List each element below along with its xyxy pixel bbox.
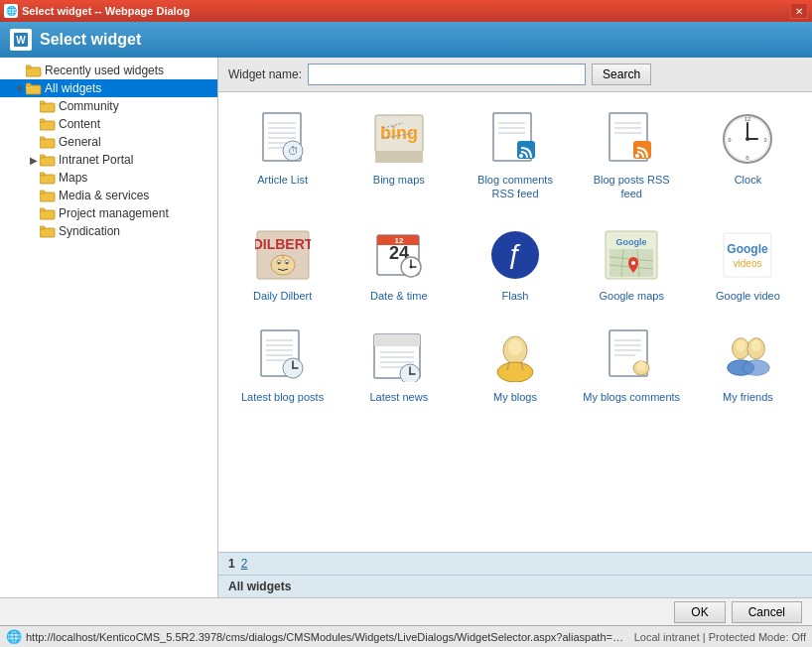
expander-project-management[interactable] <box>28 207 40 219</box>
widget-item-blog-comments-rss[interactable]: Blog comments RSS feed <box>461 102 569 210</box>
expander-content[interactable] <box>28 118 40 130</box>
sidebar-label-intranet-portal: Intranet Portal <box>59 153 133 167</box>
svg-rect-3 <box>26 65 31 68</box>
widget-icon-latest-news <box>371 328 427 384</box>
svg-point-64 <box>286 262 288 264</box>
svg-rect-8 <box>40 101 45 104</box>
widget-label-bing-maps: Bing maps <box>373 173 425 187</box>
pagination-bar: 12 <box>218 552 812 576</box>
sidebar-item-all-widgets[interactable]: ▼All widgets <box>0 79 217 97</box>
widget-label-blog-posts-rss: Blog posts RSS feed <box>583 173 681 201</box>
svg-text:Google: Google <box>728 242 769 256</box>
widget-item-google-video[interactable]: Google videos Google video <box>694 218 802 312</box>
svg-text:12: 12 <box>744 116 751 122</box>
expander-maps[interactable] <box>28 172 40 184</box>
dialog-title: Select widget <box>40 31 141 49</box>
folder-icon-community <box>40 100 56 113</box>
widget-item-clock[interactable]: 12 3 6 9 Clock <box>694 102 802 210</box>
svg-point-120 <box>737 339 746 351</box>
expander-syndication[interactable] <box>28 225 40 237</box>
page-link-1[interactable]: 1 <box>228 557 235 571</box>
svg-text:Google: Google <box>616 237 647 247</box>
sidebar-item-project-management[interactable]: Project management <box>0 204 217 222</box>
sidebar-item-community[interactable]: Community <box>0 97 217 115</box>
sidebar-item-syndication[interactable]: Syndication <box>0 222 217 240</box>
widget-icon-google-maps: Google <box>604 227 659 283</box>
widget-item-latest-news[interactable]: Latest news <box>344 320 453 413</box>
widget-icon-my-blogs-comments <box>604 328 659 384</box>
category-label: All widgets <box>228 580 291 593</box>
widget-label-article-list: Article List <box>257 173 308 187</box>
sidebar-label-content: Content <box>59 117 100 131</box>
sidebar-label-project-management: Project management <box>59 206 169 220</box>
sidebar-item-content[interactable]: Content <box>0 115 217 133</box>
sidebar-label-media-services: Media & services <box>59 189 149 202</box>
widget-item-my-friends[interactable]: My friends <box>694 320 802 413</box>
content-area: Widget name: Search ⏱ Article List bing <box>218 58 812 597</box>
svg-rect-12 <box>40 137 45 140</box>
title-bar-left: 🌐 Select widget -- Webpage Dialog <box>4 4 190 18</box>
close-button[interactable]: ✕ <box>790 3 808 19</box>
svg-text:videos: videos <box>734 258 762 269</box>
cancel-button[interactable]: Cancel <box>732 601 802 623</box>
widget-label-my-blogs: My blogs <box>493 390 537 404</box>
widget-item-bing-maps[interactable]: bing Bing maps <box>344 102 453 210</box>
widget-label-clock: Clock <box>735 173 762 187</box>
folder-icon-general <box>40 136 56 149</box>
svg-point-124 <box>744 360 770 375</box>
expander-all-widgets[interactable]: ▼ <box>14 82 26 94</box>
title-bar: 🌐 Select widget -- Webpage Dialog ✕ <box>0 0 812 22</box>
status-bar: 🌐 http://localhost/KenticoCMS_5.5R2.3978… <box>0 625 812 647</box>
folder-icon-all-widgets <box>26 82 42 95</box>
svg-point-118 <box>637 361 646 371</box>
sidebar-label-all-widgets: All widgets <box>45 81 101 95</box>
sidebar-item-maps[interactable]: Maps <box>0 169 217 187</box>
expander-recently-used[interactable] <box>14 65 26 76</box>
folder-icon-content <box>40 118 56 131</box>
svg-rect-16 <box>40 173 45 176</box>
widget-label-latest-news: Latest news <box>369 390 428 404</box>
search-button[interactable]: Search <box>592 64 651 85</box>
widget-item-daily-dilbert[interactable]: DILBERT Daily Dilbert <box>228 218 337 312</box>
ok-button[interactable]: OK <box>674 601 725 623</box>
widget-label-google-maps: Google maps <box>599 289 663 303</box>
widget-icon-bing-maps: bing <box>371 111 427 167</box>
svg-text:W: W <box>16 35 26 46</box>
dialog-icon: 🌐 <box>4 4 18 18</box>
bottom-bar: OK Cancel <box>0 597 812 625</box>
expander-community[interactable] <box>28 100 40 112</box>
svg-point-74 <box>409 265 412 268</box>
sidebar-item-media-services[interactable]: Media & services <box>0 187 217 204</box>
widget-item-google-maps[interactable]: Google Google maps <box>578 218 686 312</box>
widget-label-google-video: Google video <box>716 289 780 303</box>
search-input[interactable] <box>308 64 586 85</box>
widget-item-my-blogs[interactable]: My blogs <box>461 320 569 413</box>
folder-icon-intranet-portal <box>40 154 56 167</box>
svg-point-123 <box>751 339 761 351</box>
sidebar-item-intranet-portal[interactable]: ▶Intranet Portal <box>0 151 217 169</box>
folder-icon-recently-used <box>26 65 42 77</box>
widget-item-article-list[interactable]: ⏱ Article List <box>228 102 337 210</box>
widget-item-blog-posts-rss[interactable]: Blog posts RSS feed <box>578 102 686 210</box>
expander-intranet-portal[interactable]: ▶ <box>28 154 40 166</box>
svg-point-53 <box>745 137 749 141</box>
sidebar-item-general[interactable]: General <box>0 133 217 151</box>
expander-general[interactable] <box>28 136 40 148</box>
svg-rect-34 <box>375 151 423 163</box>
widget-item-my-blogs-comments[interactable]: My blogs comments <box>578 320 686 413</box>
expander-media-services[interactable] <box>28 190 40 201</box>
sidebar-item-recently-used[interactable]: Recently used widgets <box>0 62 217 79</box>
svg-rect-14 <box>40 155 45 158</box>
svg-point-108 <box>508 339 522 355</box>
widget-item-latest-blog-posts[interactable]: Latest blog posts <box>228 320 337 413</box>
widget-icon-blog-comments-rss <box>487 111 543 167</box>
svg-text:DILBERT: DILBERT <box>255 236 311 252</box>
widget-item-flash[interactable]: ƒ Flash <box>461 218 569 312</box>
svg-text:ƒ: ƒ <box>507 238 523 269</box>
sidebar-label-general: General <box>59 135 101 149</box>
folder-icon-maps <box>40 172 56 185</box>
widget-item-date-time[interactable]: 12 24 Date & time <box>344 218 453 312</box>
page-link-2[interactable]: 2 <box>241 557 248 571</box>
svg-point-85 <box>631 261 635 265</box>
widget-label-my-friends: My friends <box>723 390 773 404</box>
